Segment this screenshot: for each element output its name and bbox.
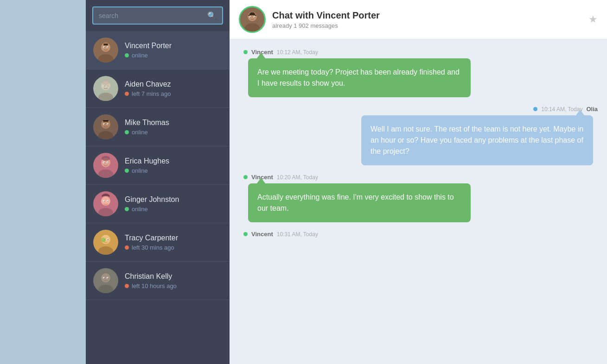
svg-point-31 <box>102 156 110 161</box>
chat-title: Chat with Vincent Porter <box>272 10 588 21</box>
sender-dot-2 <box>243 175 248 179</box>
svg-rect-3 <box>103 44 108 45</box>
status-text-mike-thomas: online <box>132 129 148 136</box>
search-input[interactable] <box>99 12 207 19</box>
contact-item-tracy-carpenter[interactable]: Tracy Carpenter left 30 mins ago <box>86 223 230 262</box>
svg-point-38 <box>108 201 109 202</box>
svg-point-15 <box>102 79 109 86</box>
svg-rect-23 <box>103 120 109 122</box>
contact-name-aiden-chavez: Aiden Chavez <box>125 80 171 88</box>
avatar-mike-thomas <box>93 114 118 139</box>
avatar-ginger-johnston <box>93 191 118 216</box>
svg-point-21 <box>104 124 105 125</box>
svg-rect-59 <box>255 15 256 16</box>
contact-status-ginger-johnston: online <box>125 206 179 213</box>
avatar-aiden-chavez <box>93 76 118 101</box>
left-background <box>0 0 86 364</box>
svg-point-30 <box>108 163 109 163</box>
status-dot-aiden-chavez <box>125 92 129 96</box>
svg-rect-64 <box>250 13 255 15</box>
contact-name-ginger-johnston: Ginger Johnston <box>125 195 179 204</box>
sidebar: 🔍 Vincent Porter online Aiden Chavez lef… <box>86 0 230 364</box>
sender-dot-last <box>243 232 248 236</box>
search-bar: 🔍 <box>86 0 230 31</box>
chat-subtitle: already 1 902 messages <box>272 22 588 29</box>
status-text-aiden-chavez: left 7 mins ago <box>132 90 171 97</box>
message-block-0: Vincent 10:12 AM, Today Are we meeting t… <box>243 49 598 97</box>
status-dot-vincent-porter <box>125 53 129 57</box>
svg-point-29 <box>104 163 105 163</box>
contact-info-tracy-carpenter: Tracy Carpenter left 30 mins ago <box>125 234 178 251</box>
avatar-christian-kelly <box>93 268 118 293</box>
chat-header-avatar <box>239 6 266 33</box>
contact-item-aiden-chavez[interactable]: Aiden Chavez left 7 mins ago <box>86 69 230 108</box>
sender-dot-0 <box>243 50 248 54</box>
contact-info-christian-kelly: Christian Kelly left 10 hours ago <box>125 272 177 289</box>
message-meta-last: Vincent 10:31 AM, Today <box>243 231 598 238</box>
contact-name-erica-hughes: Erica Hughes <box>125 157 169 165</box>
svg-point-46 <box>101 238 106 242</box>
svg-point-45 <box>108 239 109 240</box>
message-time-0: 10:12 AM, Today <box>277 49 318 56</box>
contact-item-christian-kelly[interactable]: Christian Kelly left 10 hours ago <box>86 262 230 300</box>
contact-item-ginger-johnston[interactable]: Ginger Johnston online <box>86 185 230 223</box>
star-button[interactable]: ★ <box>588 13 598 25</box>
message-time-last: 10:31 AM, Today <box>277 231 318 238</box>
svg-point-52 <box>104 278 105 279</box>
contact-item-erica-hughes[interactable]: Erica Hughes online <box>86 146 230 185</box>
messages-area[interactable]: Vincent 10:12 AM, Today Are we meeting t… <box>230 39 607 364</box>
contact-status-christian-kelly: left 10 hours ago <box>125 282 177 289</box>
contact-status-aiden-chavez: left 7 mins ago <box>125 90 171 97</box>
avatar-vincent-porter <box>93 38 118 63</box>
contact-info-ginger-johnston: Ginger Johnston online <box>125 195 179 213</box>
contact-info-mike-thomas: Mike Thomas online <box>125 119 169 136</box>
status-dot-erica-hughes <box>125 169 129 173</box>
contact-name-tracy-carpenter: Tracy Carpenter <box>125 234 178 242</box>
contact-name-christian-kelly: Christian Kelly <box>125 272 177 281</box>
svg-point-63 <box>254 17 255 18</box>
search-button[interactable]: 🔍 <box>207 11 217 20</box>
status-text-ginger-johnston: online <box>132 206 148 213</box>
message-meta-1: Olia 10:14 AM, Today <box>533 106 598 113</box>
chat-header: Chat with Vincent Porter already 1 902 m… <box>230 0 607 39</box>
contact-status-erica-hughes: online <box>125 167 169 174</box>
svg-point-53 <box>108 278 109 279</box>
bubble-received-1: Well I am not sure. The rest of the team… <box>361 115 593 165</box>
avatar-erica-hughes <box>93 153 118 178</box>
bubble-sent-0: Are we meeting today? Project has been a… <box>248 58 471 97</box>
bubble-sent-2: Actually everything was fine. I'm very e… <box>248 183 471 222</box>
contact-info-aiden-chavez: Aiden Chavez left 7 mins ago <box>125 80 171 97</box>
contact-item-mike-thomas[interactable]: Mike Thomas online <box>86 108 230 146</box>
status-text-tracy-carpenter: left 30 mins ago <box>132 244 174 251</box>
message-meta-2: Vincent 10:20 AM, Today <box>243 174 598 181</box>
message-meta-0: Vincent 10:12 AM, Today <box>243 49 598 56</box>
chat-header-info: Chat with Vincent Porter already 1 902 m… <box>272 10 588 29</box>
status-text-vincent-porter: online <box>132 52 148 59</box>
status-dot-mike-thomas <box>125 130 129 134</box>
contact-status-vincent-porter: online <box>125 52 172 59</box>
svg-point-62 <box>250 17 251 18</box>
message-time-2: 10:20 AM, Today <box>277 174 318 181</box>
message-block-1: Olia 10:14 AM, Today Well I am not sure.… <box>243 106 598 165</box>
status-dot-tracy-carpenter <box>125 245 129 250</box>
contacts-list: Vincent Porter online Aiden Chavez left … <box>86 31 230 364</box>
svg-point-22 <box>108 124 109 125</box>
contact-name-mike-thomas: Mike Thomas <box>125 119 169 127</box>
search-wrap[interactable]: 🔍 <box>92 6 223 25</box>
message-block-2: Vincent 10:20 AM, Today Actually everyth… <box>243 174 598 222</box>
contact-info-vincent-porter: Vincent Porter online <box>125 42 172 59</box>
contact-status-mike-thomas: online <box>125 129 169 136</box>
svg-point-6 <box>104 47 105 48</box>
contact-item-vincent-porter[interactable]: Vincent Porter online <box>86 31 230 69</box>
svg-point-37 <box>104 201 105 202</box>
contact-info-erica-hughes: Erica Hughes online <box>125 157 169 174</box>
status-text-christian-kelly: left 10 hours ago <box>132 282 177 289</box>
message-block-last: Vincent 10:31 AM, Today <box>243 231 598 240</box>
sender-name-last: Vincent <box>251 231 273 238</box>
svg-rect-58 <box>248 15 250 16</box>
status-text-erica-hughes: online <box>132 167 148 174</box>
contact-name-vincent-porter: Vincent Porter <box>125 42 172 50</box>
svg-point-7 <box>108 47 109 48</box>
sender-dot-1 <box>533 107 537 111</box>
status-dot-ginger-johnston <box>125 207 129 211</box>
